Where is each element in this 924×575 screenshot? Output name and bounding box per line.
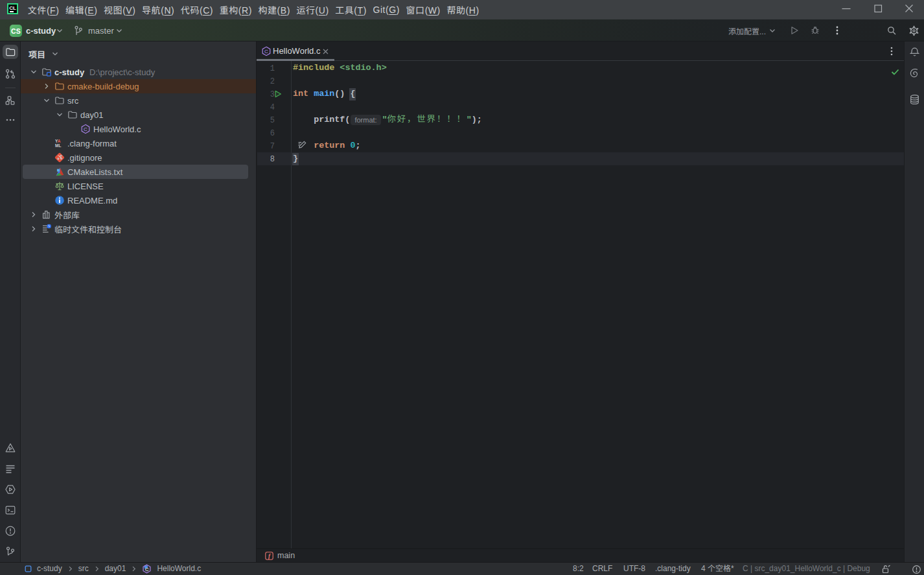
svg-text:ML: ML <box>55 143 61 148</box>
svg-text:f: f <box>268 553 271 559</box>
svg-text:C: C <box>84 126 87 132</box>
svg-text:YA: YA <box>55 139 61 143</box>
svg-text:C: C <box>145 567 149 572</box>
svg-text:C: C <box>264 49 268 54</box>
